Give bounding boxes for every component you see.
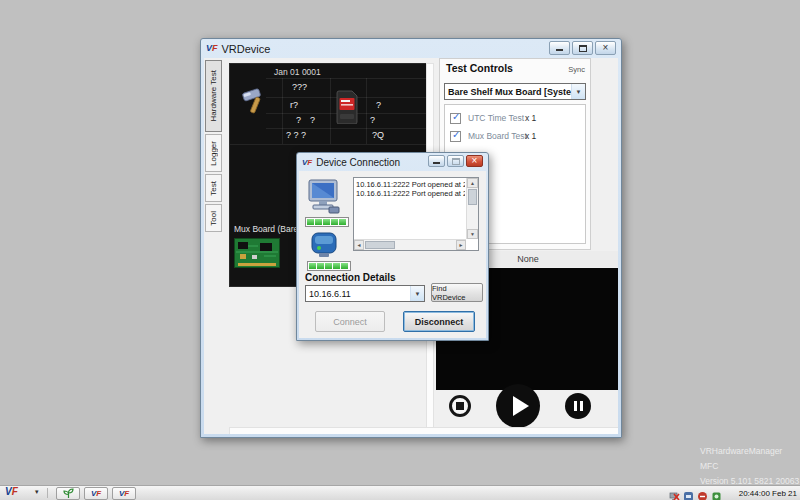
grid-line	[266, 128, 434, 129]
about-line-app: VRHardwareManager MFC	[700, 444, 800, 474]
vrdevice-titlebar[interactable]: VF VRDevice ×	[201, 39, 621, 58]
desktop: VRHardwareManager MFC Version 5.101 5821…	[0, 0, 800, 500]
progress-segment	[315, 219, 322, 225]
stop-button[interactable]	[449, 395, 471, 417]
tray-icon[interactable]	[683, 488, 694, 499]
address-combobox[interactable]: 10.16.6.11 ▼	[305, 285, 425, 302]
progress-segment	[325, 263, 332, 269]
grid-line	[230, 144, 435, 145]
test-name: Mux Board Test	[468, 131, 527, 141]
address-value: 10.16.6.11	[306, 289, 410, 299]
scrollbar-thumb[interactable]	[365, 241, 395, 249]
tab-tool[interactable]: Tool	[205, 204, 222, 232]
scroll-up-icon[interactable]: ▲	[467, 178, 478, 188]
minimize-button[interactable]	[549, 41, 570, 55]
preview-label: None	[517, 254, 539, 264]
test-profile-select[interactable]: Bare Shelf Mux Board [System] ▼	[444, 83, 586, 100]
vrdevice-window-icon: VF	[206, 44, 218, 53]
grid-line	[266, 78, 434, 79]
dialog-titlebar[interactable]: VF Device Connection ×	[297, 153, 488, 172]
network-disconnected-icon[interactable]	[669, 488, 680, 499]
tab-test[interactable]: Test	[205, 174, 222, 202]
scroll-down-icon[interactable]: ▼	[467, 229, 478, 239]
progress-segment	[307, 219, 314, 225]
tab-logger[interactable]: Logger	[205, 134, 222, 172]
canvas-date-label: Jan 01 0001	[274, 67, 321, 77]
log-vertical-scrollbar[interactable]: ▲ ▼	[466, 178, 478, 239]
test-row-utc-time[interactable]: ✓ UTC Time Test x 1	[445, 111, 585, 128]
task-button-3[interactable]: VF	[112, 487, 136, 500]
question-mark: ?	[296, 115, 301, 125]
taskbar-clock[interactable]: 20:44:00 Feb 21	[739, 489, 797, 498]
stop-icon	[456, 402, 464, 410]
minimize-icon	[556, 46, 563, 51]
test-profile-value: Bare Shelf Mux Board [System]	[445, 87, 571, 97]
maximize-icon	[452, 158, 460, 165]
scroll-right-icon[interactable]: ►	[456, 240, 466, 250]
checkbox-utc-time[interactable]: ✓	[450, 113, 461, 124]
network-computer-icon	[305, 177, 343, 215]
progress-segment	[323, 219, 330, 225]
disconnect-button[interactable]: Disconnect	[403, 311, 475, 332]
tab-label: Hardware Test	[209, 70, 218, 121]
tab-label: Tool	[209, 211, 218, 226]
tab-hardware-test[interactable]: Hardware Test	[205, 60, 222, 132]
question-mark: r?	[290, 100, 298, 110]
connection-details-label: Connection Details	[305, 272, 396, 283]
test-controls-title: Test Controls	[446, 62, 513, 74]
progress-segment	[317, 263, 324, 269]
dropdown-icon: ▼	[571, 84, 585, 99]
find-vrdevice-button[interactable]: Find VRDevice	[431, 283, 483, 302]
close-icon: ×	[472, 156, 478, 166]
maximize-button[interactable]	[572, 41, 593, 55]
grid-line	[282, 78, 283, 144]
progress-segment	[339, 219, 346, 225]
question-mark: ???	[292, 82, 307, 92]
hammer-icon	[240, 86, 270, 116]
dialog-client: 10.16.6.11:2222 Port opened at 2/21/2 10…	[299, 171, 486, 338]
dialog-minimize-button[interactable]	[428, 155, 445, 167]
test-count: x 1	[525, 131, 536, 141]
task-button-1[interactable]	[56, 487, 80, 500]
play-icon	[513, 396, 529, 416]
maximize-icon	[579, 45, 587, 52]
taskbar: VF ▾ VF VF	[0, 485, 800, 500]
connect-button[interactable]: Connect	[315, 311, 385, 332]
close-button[interactable]: ×	[595, 41, 616, 55]
dialog-title: Device Connection	[316, 157, 400, 168]
device-icon	[307, 227, 341, 261]
checkbox-mux-board[interactable]: ✓	[450, 131, 461, 142]
tray-icon[interactable]	[711, 488, 722, 499]
play-button[interactable]	[496, 384, 540, 428]
horizontal-scrollbar[interactable]	[229, 427, 618, 434]
vf-app-icon: VF	[119, 490, 129, 498]
check-icon: ✓	[452, 111, 460, 122]
window-title: VRDevice	[222, 43, 271, 55]
scrollbar-thumb[interactable]	[468, 189, 477, 205]
check-icon: ✓	[452, 129, 460, 140]
scroll-left-icon[interactable]: ◄	[354, 240, 364, 250]
sync-label: Sync	[568, 65, 585, 74]
close-icon: ×	[603, 43, 609, 53]
dialog-icon: VF	[302, 159, 312, 167]
connection-log-list[interactable]: 10.16.6.11:2222 Port opened at 2/21/2 10…	[353, 177, 479, 251]
question-mark: ?	[376, 100, 381, 110]
grid-line	[366, 78, 367, 144]
task-button-2[interactable]: VF	[84, 487, 108, 500]
vf-launcher-button[interactable]: VF	[5, 486, 18, 497]
question-mark: ?Q	[372, 130, 384, 140]
question-mark: ? ? ?	[286, 130, 306, 140]
vf-app-icon: VF	[91, 490, 101, 498]
tray-icon[interactable]	[697, 488, 708, 499]
log-horizontal-scrollbar[interactable]: ◄ ►	[354, 239, 466, 250]
dropdown-icon: ▼	[410, 286, 424, 301]
dialog-maximize-button[interactable]	[447, 155, 464, 167]
dialog-close-button[interactable]: ×	[466, 155, 483, 167]
pause-button[interactable]	[565, 393, 591, 419]
grid-line	[330, 78, 331, 144]
system-tray	[669, 488, 722, 499]
launcher-dropdown-icon[interactable]: ▾	[35, 488, 39, 496]
test-row-mux-board[interactable]: ✓ Mux Board Test x 1	[445, 129, 585, 146]
plant-icon	[63, 488, 74, 499]
tab-label: Logger	[209, 141, 218, 166]
